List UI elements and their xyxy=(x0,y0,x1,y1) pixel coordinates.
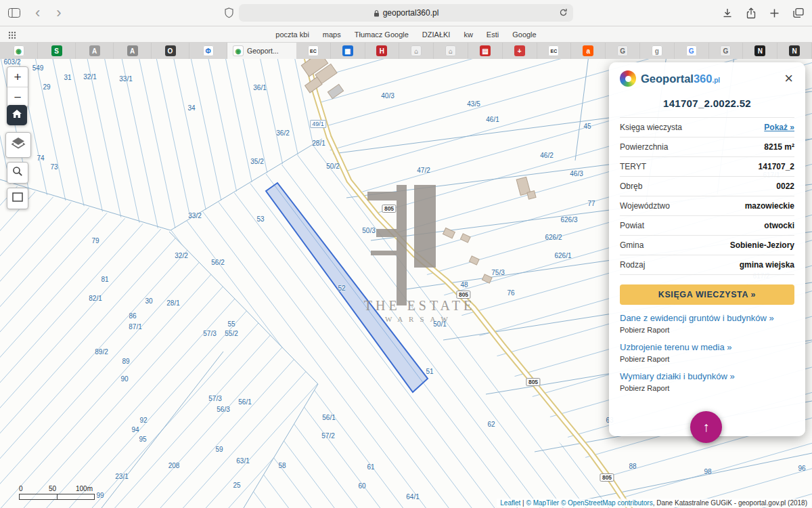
parcel-label: 89/2 xyxy=(95,348,108,356)
zoom-out-button[interactable]: − xyxy=(7,87,28,107)
bookmark-maps[interactable]: maps xyxy=(323,30,341,39)
pinned-tab-1[interactable]: ▦ xyxy=(331,43,365,59)
road-number-badge: 805 xyxy=(456,291,470,299)
search-button[interactable] xyxy=(7,162,28,184)
attribute-value: 141707_2 xyxy=(759,162,794,171)
parcel-label: 28/1 xyxy=(312,140,325,147)
bookmark-poczta-kbi[interactable]: poczta kbi xyxy=(275,30,309,39)
parcel-label: 43/5 xyxy=(467,100,480,108)
parcel-label: 40/3 xyxy=(381,92,394,100)
pinned-tab-2[interactable]: A xyxy=(76,43,114,59)
parcel-label: 32/1 xyxy=(83,73,96,81)
parcel-label: 59 xyxy=(215,446,223,453)
parcel-label: 50/1 xyxy=(433,320,446,328)
parcel-label: 32/2 xyxy=(175,252,187,259)
map-attribution: Leaflet | © MapTiler © OpenStreetMap con… xyxy=(497,499,811,507)
pinned-tab-4[interactable]: O xyxy=(152,43,189,59)
pinned-tab-1[interactable]: S xyxy=(38,43,76,59)
pinned-tab-10[interactable]: g xyxy=(640,43,675,59)
close-icon[interactable]: × xyxy=(783,71,794,86)
address-bar[interactable]: geoportal360.pl xyxy=(239,4,573,22)
parcel-label: 61 xyxy=(367,463,374,471)
scale-bar xyxy=(19,494,95,500)
pinned-tabs-right: EC▦H⌂⌂▤+ECaGgGGNN xyxy=(296,43,812,59)
back-button[interactable]: ‹ xyxy=(34,5,41,20)
favorites-grid-icon[interactable] xyxy=(8,30,16,42)
report-link[interactable]: Dane z ewidencji gruntów i budynków » xyxy=(620,313,794,323)
parcel-label: 57/2 xyxy=(321,432,334,440)
pinned-tab-13[interactable]: N xyxy=(743,43,777,59)
parcel-label: 57/3 xyxy=(208,395,221,402)
attribute-row: Obręb0022 xyxy=(620,176,794,196)
map-canvas[interactable]: 603/25493132/133/129703436/136/240/343/5… xyxy=(0,59,812,508)
downloads-icon[interactable] xyxy=(722,7,733,18)
attribute-value-link[interactable]: Pokaż » xyxy=(764,123,794,132)
pinned-tab-3[interactable]: A xyxy=(114,43,152,59)
zoom-control: + − xyxy=(7,66,28,108)
download-report-link[interactable]: Pobierz Raport xyxy=(620,326,794,334)
share-icon[interactable] xyxy=(746,7,756,19)
pinned-tab-11[interactable]: G xyxy=(675,43,709,59)
parcel-label: 208 xyxy=(168,462,180,469)
attribute-value: 0022 xyxy=(776,182,794,191)
bookmark-google[interactable]: Google xyxy=(512,30,536,39)
select-area-button[interactable] xyxy=(7,188,28,209)
attribution-link[interactable]: © OpenStreetMap contributors xyxy=(561,499,653,507)
favicon: G xyxy=(686,45,697,56)
zoom-in-button[interactable]: + xyxy=(7,67,28,87)
bookmark-esti[interactable]: Esti xyxy=(487,30,499,39)
download-report-link[interactable]: Pobierz Raport xyxy=(620,355,794,363)
pinned-tab-7[interactable]: EC xyxy=(537,43,572,59)
pinned-tab-6[interactable]: + xyxy=(503,43,537,59)
parcel-label: 35/2 xyxy=(250,158,263,165)
report-link[interactable]: Wymiary działki i budynków » xyxy=(620,371,794,381)
attribute-value: Sobienie-Jeziory xyxy=(730,240,794,250)
pinned-tab-3[interactable]: ⌂ xyxy=(399,43,434,59)
parcel-label: 88 xyxy=(629,463,636,470)
pinned-tab-4[interactable]: ⌂ xyxy=(434,43,468,59)
bookmark-działki[interactable]: DZIAŁKI xyxy=(422,30,451,39)
home-button[interactable] xyxy=(7,105,27,125)
reload-icon[interactable] xyxy=(559,8,568,17)
attribute-label: TERYT xyxy=(620,162,646,171)
parcel-label: 95 xyxy=(139,436,146,443)
attribution-link[interactable]: © MapTiler xyxy=(526,499,560,507)
pinned-tab-0[interactable]: EC xyxy=(296,43,331,59)
parcel-label: 31 xyxy=(64,74,71,81)
sidebar-toggle-icon[interactable] xyxy=(8,8,20,18)
pinned-tab-14[interactable]: N xyxy=(777,43,812,59)
pinned-tab-8[interactable]: a xyxy=(571,43,606,59)
parcel-label: 56/3 xyxy=(217,406,229,413)
home-icon xyxy=(12,109,22,121)
pinned-tab-9[interactable]: G xyxy=(606,43,640,59)
download-report-link[interactable]: Pobierz Raport xyxy=(620,384,794,392)
tab-overview-icon[interactable] xyxy=(793,8,804,18)
parcel-label: 55/2 xyxy=(225,330,238,337)
bookmark-tłumacz-google[interactable]: Tłumacz Google xyxy=(355,30,409,39)
new-tab-icon[interactable] xyxy=(769,8,780,18)
pinned-tab-2[interactable]: H xyxy=(365,43,400,59)
parcel-label: 52 xyxy=(338,284,345,292)
parcel-label: 86 xyxy=(129,312,136,320)
attribution-link[interactable]: Leaflet xyxy=(500,499,520,507)
pinned-tab-5[interactable]: ▤ xyxy=(468,43,503,59)
attribute-row: GminaSobienie-Jeziory xyxy=(620,235,794,255)
layers-button[interactable] xyxy=(5,132,31,158)
pinned-tab-12[interactable]: G xyxy=(709,43,744,59)
parcel-label: 33/2 xyxy=(188,212,201,219)
selected-parcel-52[interactable] xyxy=(266,183,428,392)
pinned-tab-0[interactable]: ◉ xyxy=(0,43,38,59)
favicon: Φ xyxy=(203,45,214,56)
attribute-value: mazowieckie xyxy=(745,201,794,211)
pinned-tab-5[interactable]: Φ xyxy=(189,43,227,59)
scroll-top-fab[interactable]: ↑ xyxy=(690,411,722,443)
favicon: ⌂ xyxy=(445,45,456,56)
attribute-label: Księga wieczysta xyxy=(620,123,682,132)
tab-geoportal[interactable]: ◉ Geoport... xyxy=(227,43,296,59)
bookmark-kw[interactable]: kw xyxy=(464,30,472,39)
ksiega-wieczysta-button[interactable]: KSIĘGA WIECZYSTA » xyxy=(620,284,794,305)
bookmarks-items: poczta kbimapsTłumacz GoogleDZIAŁKIkwEst… xyxy=(275,30,536,39)
forward-button[interactable]: › xyxy=(55,5,62,20)
report-link[interactable]: Uzbrojenie terenu w media » xyxy=(620,342,794,352)
privacy-shield-icon[interactable] xyxy=(225,7,233,21)
